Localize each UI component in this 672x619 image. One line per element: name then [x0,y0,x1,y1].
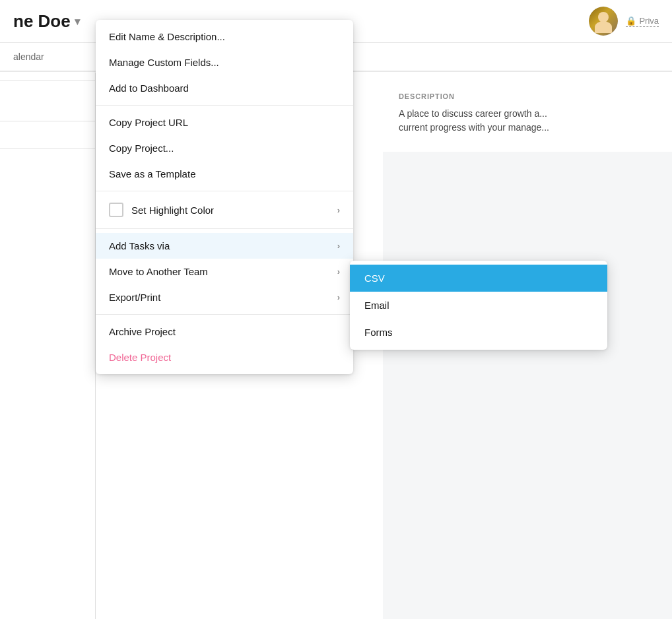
menu-item-copy-project-label: Copy Project... [109,143,174,154]
color-swatch-icon [109,203,123,217]
menu-item-delete-label: Delete Project [109,352,171,363]
menu-item-add-tasks-label: Add Tasks via [109,240,170,251]
project-title-text: ne Doe [13,11,71,32]
menu-item-copy-url[interactable]: Copy Project URL [96,110,353,135]
lock-icon: 🔒 [626,16,636,26]
menu-item-save-template-label: Save as a Template [109,168,195,179]
menu-item-highlight-color-label: Set Highlight Color [131,205,214,216]
menu-item-export-print[interactable]: Export/Print › [96,284,353,310]
sidebar-divider-1 [0,81,95,81]
gray-panel [383,152,672,619]
menu-item-copy-url-label: Copy Project URL [109,117,188,128]
menu-item-edit-name[interactable]: Edit Name & Description... [96,24,353,49]
description-text: A place to discuss career growth a...cur… [399,107,656,135]
menu-divider-2 [96,191,353,191]
submenu-item-forms-label: Forms [364,327,393,338]
avatar-image [589,7,618,36]
submenu-item-email[interactable]: Email [350,292,607,319]
menu-item-add-tasks[interactable]: Add Tasks via › [96,233,353,259]
add-tasks-chevron-icon: › [337,241,340,251]
menu-item-move-team-label: Move to Another Team [109,266,208,277]
highlight-color-chevron-icon: › [337,205,340,215]
privacy-badge[interactable]: 🔒 Priva [626,16,659,27]
menu-item-add-dashboard-label: Add to Dashboard [109,82,189,94]
menu-item-save-template[interactable]: Save as a Template [96,161,353,187]
tab-calendar[interactable]: alendar [13,45,44,69]
menu-item-delete[interactable]: Delete Project [96,344,353,370]
menu-item-archive-label: Archive Project [109,326,176,337]
menu-divider-4 [96,314,353,315]
description-panel: DESCRIPTION A place to discuss career gr… [383,79,672,148]
export-print-chevron-icon: › [337,292,340,302]
menu-item-edit-name-label: Edit Name & Description... [109,31,225,42]
project-title: ne Doe ▾ [13,11,80,32]
menu-item-highlight-color-left: Set Highlight Color [109,203,214,217]
description-label: DESCRIPTION [399,92,656,100]
context-menu: Edit Name & Description... Manage Custom… [96,20,353,374]
submenu-item-forms[interactable]: Forms [350,319,607,346]
submenu-item-csv-label: CSV [364,273,385,284]
sidebar-divider-3 [0,148,95,148]
menu-item-move-team[interactable]: Move to Another Team › [96,259,353,284]
menu-divider-1 [96,105,353,106]
privacy-label: Priva [639,16,659,26]
menu-item-export-print-label: Export/Print [109,292,160,303]
submenu-item-email-label: Email [364,300,389,311]
menu-item-manage-fields[interactable]: Manage Custom Fields... [96,49,353,75]
menu-item-copy-project[interactable]: Copy Project... [96,135,353,161]
menu-item-manage-fields-label: Manage Custom Fields... [109,57,219,68]
sidebar-divider-2 [0,121,95,121]
menu-divider-3 [96,228,353,229]
menu-item-highlight-color[interactable]: Set Highlight Color › [96,195,353,224]
project-title-chevron[interactable]: ▾ [75,15,80,28]
left-sidebar [0,73,96,619]
menu-item-add-dashboard[interactable]: Add to Dashboard [96,75,353,101]
move-team-chevron-icon: › [337,267,340,277]
avatar[interactable] [589,7,618,36]
menu-item-archive[interactable]: Archive Project [96,319,353,344]
submenu-item-csv[interactable]: CSV [350,265,607,292]
header-right: 🔒 Priva [589,7,659,36]
submenu-add-tasks: CSV Email Forms [350,261,607,350]
